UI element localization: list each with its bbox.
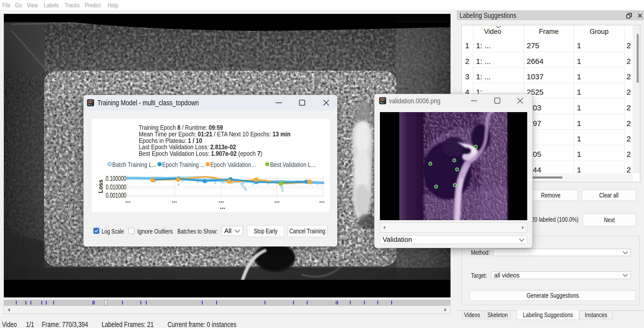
svg-text:0.010000: 0.010000: [106, 183, 126, 191]
svg-text:Loss: Loss: [97, 180, 104, 193]
svg-text:...: ...: [219, 197, 224, 204]
svg-text:0.100000: 0.100000: [106, 175, 126, 182]
svg-text:...: ...: [125, 197, 131, 204]
svg-text:...: ...: [319, 197, 325, 204]
svg-text:...: ...: [274, 197, 280, 204]
svg-text:0.001000: 0.001000: [106, 192, 126, 199]
svg-text:...: ...: [220, 203, 225, 210]
svg-text:...: ...: [172, 197, 177, 204]
